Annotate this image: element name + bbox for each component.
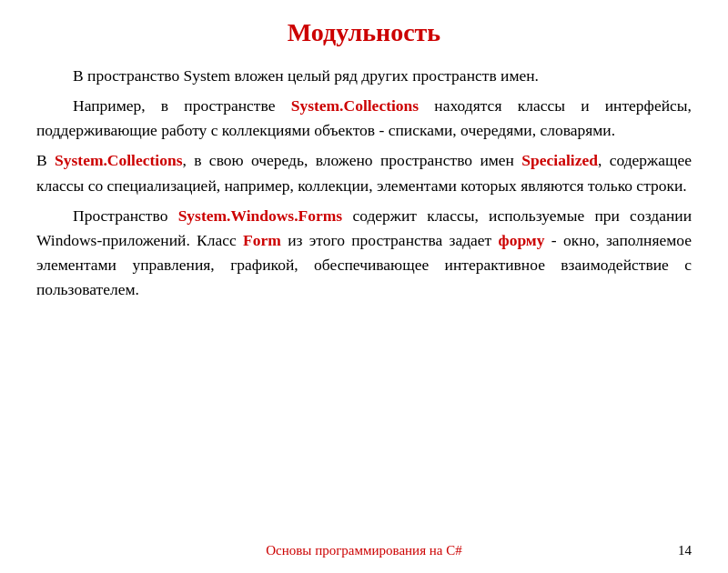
specialized-keyword: Specialized <box>521 151 598 169</box>
footer-course: Основы программирования на C# <box>36 543 692 558</box>
paragraph-1-text: В пространство System вложен целый ряд д… <box>73 66 539 85</box>
paragraph-3-text-2: , в свою очередь, вложено пространство и… <box>183 151 522 169</box>
paragraph-2-text-1: Например, в пространстве <box>73 96 291 115</box>
footer-page: 14 <box>678 543 692 558</box>
slide-body: В пространство System вложен целый ряд д… <box>36 64 692 518</box>
paragraph-2: Например, в пространстве System.Collecti… <box>36 94 692 143</box>
slide-title: Модульность <box>36 18 692 47</box>
form-keyword: Form <box>243 231 281 249</box>
paragraph-1: В пространство System вложен целый ряд д… <box>36 64 692 88</box>
system-collections-1: System.Collections <box>291 96 419 115</box>
paragraph-3-text-1: В <box>36 151 55 169</box>
forma-keyword: форму <box>499 231 545 249</box>
footer: Основы программирования на C# 14 <box>0 543 728 558</box>
slide: Модульность В пространство System вложен… <box>0 0 728 573</box>
paragraph-3: В System.Collections, в свою очередь, вл… <box>36 148 692 197</box>
system-windows-forms-keyword: System.Windows.Forms <box>178 206 343 225</box>
paragraph-4-text-3: из этого пространства задает <box>281 231 499 249</box>
system-collections-2: System.Collections <box>55 151 182 169</box>
paragraph-4-text-1: Пространство <box>73 206 178 225</box>
paragraph-4: Пространство System.Windows.Forms содерж… <box>36 204 692 303</box>
